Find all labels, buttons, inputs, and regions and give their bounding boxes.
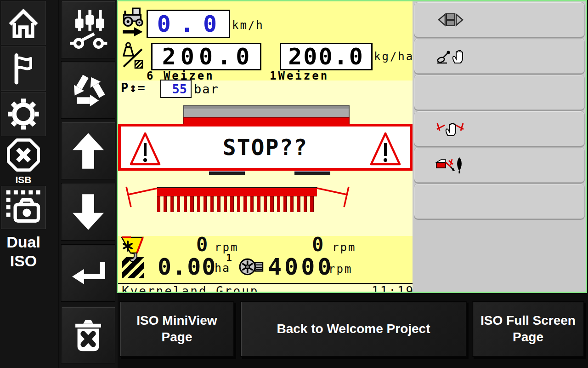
- dual-iso-line1: Dual: [0, 233, 47, 252]
- warning-triangle-icon: [369, 131, 401, 167]
- pressure-value: 55: [172, 82, 187, 96]
- delete-button[interactable]: [61, 307, 115, 363]
- fan-rpm-unit: rpm: [328, 263, 352, 276]
- softkey-preemergence-marker[interactable]: [414, 147, 585, 183]
- seeding-bar-graphic: [157, 187, 317, 196]
- pressure-unit-label: bar: [194, 82, 219, 96]
- softkey-coulter-manual[interactable]: [414, 38, 585, 74]
- coulter-hand-icon: [435, 47, 465, 65]
- hopper-graphic-top: [183, 105, 350, 117]
- vt-status-brand: Kverneland Group: [122, 284, 259, 292]
- screenshot-button[interactable]: [1, 186, 46, 229]
- worked-area-unit: 1 ha: [215, 253, 235, 274]
- isb-button[interactable]: ISB: [1, 138, 46, 184]
- sliders-switch-icon: [67, 7, 110, 53]
- enter-button[interactable]: [61, 244, 115, 302]
- rate-right-field[interactable]: 200.0: [280, 43, 373, 70]
- controls-button[interactable]: [61, 1, 115, 58]
- down-button[interactable]: [61, 183, 115, 241]
- enter-icon: [67, 252, 109, 294]
- metering-unit-graphic: [209, 171, 245, 175]
- iso-miniview-page-button[interactable]: ISO MiniView Page: [119, 301, 234, 357]
- speed-value-field[interactable]: 0.0: [147, 10, 230, 38]
- hand-markers-icon: [435, 120, 465, 138]
- worked-area-value: 0.00: [158, 253, 216, 280]
- dual-iso-line2: ISO: [0, 252, 47, 270]
- gear-icon: [5, 96, 42, 132]
- rate-left-field[interactable]: 200.0: [151, 43, 261, 70]
- stop-alarm-text: STOP??: [223, 134, 308, 160]
- recycle-icon: [66, 68, 110, 112]
- fan-rpm-value: 4000: [268, 253, 334, 280]
- back-to-welcome-button[interactable]: Back to Welcome Project: [240, 301, 467, 357]
- terminal-screen: ISB Dual ISO: [0, 0, 588, 368]
- rate-right-value: 200.0: [288, 43, 364, 70]
- stop-alarm-banner: STOP??: [118, 124, 413, 171]
- screenshot-camera-icon: [6, 190, 41, 225]
- speed-value: 0.0: [157, 11, 226, 37]
- metering-right-rpm: 0: [312, 233, 323, 256]
- iso-fullscreen-page-button[interactable]: ISO Full Screen Page: [472, 301, 584, 357]
- application-rate-icon: [123, 42, 144, 69]
- page-switch-icon: [435, 11, 465, 29]
- flag-icon: [6, 51, 41, 86]
- arrow-up-icon: [67, 130, 109, 172]
- refill-button[interactable]: [61, 61, 115, 119]
- settings-button[interactable]: [1, 92, 46, 136]
- softkey-blank-1[interactable]: [414, 75, 585, 110]
- rate-left-value: 200.0: [162, 43, 254, 70]
- dual-iso-label: Dual ISO: [0, 233, 47, 270]
- left-nav-rail: ISB Dual ISO: [0, 0, 58, 368]
- seeding-tines-graphic: [157, 196, 317, 212]
- vt-status-time: 11:19: [372, 284, 413, 292]
- warning-triangle-icon: [129, 131, 161, 167]
- pressure-label: P↕=: [121, 80, 146, 95]
- home-button[interactable]: [1, 1, 46, 45]
- iso-miniview-page-label: ISO MiniView Page: [128, 312, 226, 345]
- isb-icon: [6, 138, 40, 172]
- metering-left-rpm: 0: [196, 233, 208, 256]
- metering-unit-graphic: [294, 171, 330, 175]
- iso-vt-view: 0.0 km/h 200.0 200.0 kg/ha: [117, 0, 587, 293]
- back-to-welcome-label: Back to Welcome Project: [277, 321, 430, 337]
- pressure-prefix: P: [121, 80, 129, 95]
- pressure-value-field[interactable]: 55: [160, 80, 192, 98]
- rate-unit-label: kg/ha: [374, 50, 413, 63]
- tractor-speed-icon: [122, 7, 146, 37]
- toolbar-rail: [59, 0, 118, 368]
- softkey-marker-manual[interactable]: [414, 111, 585, 146]
- softkey-blank-2[interactable]: [414, 184, 585, 219]
- trash-icon: [68, 314, 109, 357]
- machine-work-screen: 0.0 km/h 200.0 200.0 kg/ha: [118, 1, 413, 292]
- marker-tree-icon: [435, 156, 465, 174]
- worked-area-icon: [122, 257, 144, 278]
- pressure-equals: =: [138, 80, 146, 95]
- speed-unit-label: km/h: [232, 19, 264, 32]
- fan-icon: [238, 257, 264, 277]
- home-icon: [6, 6, 41, 40]
- flag-button[interactable]: [1, 46, 46, 91]
- softkey-page-switch[interactable]: [414, 2, 585, 37]
- arrow-down-icon: [67, 191, 109, 233]
- pressure-arrow-icon: ↕: [129, 80, 137, 95]
- metering-left-unit: rpm: [215, 241, 238, 254]
- up-button[interactable]: [61, 122, 115, 179]
- iso-fullscreen-page-label: ISO Full Screen Page: [480, 312, 576, 345]
- vt-status-bar: Kverneland Group 11:19: [118, 284, 413, 292]
- worked-area-unit-text: ha: [215, 263, 235, 274]
- softkey-panel: [413, 1, 586, 292]
- isb-label: ISB: [1, 174, 46, 185]
- metering-right-unit: rpm: [332, 241, 356, 254]
